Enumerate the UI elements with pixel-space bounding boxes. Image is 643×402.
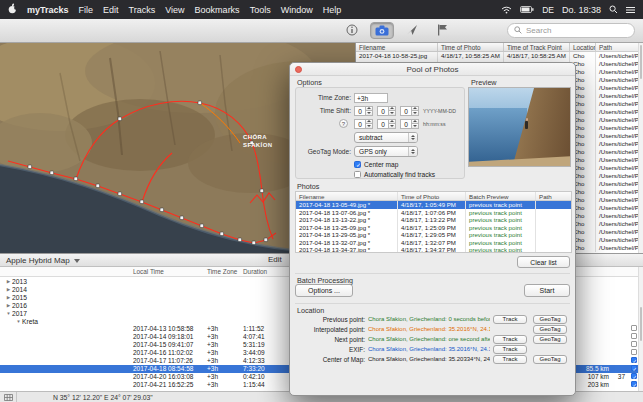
- pool-of-photos-dialog: Pool of Photos Options Time Zone: +3h Ti…: [289, 62, 576, 396]
- auto-find-tracks-checkbox[interactable]: [354, 171, 361, 178]
- track-cell: +3h: [204, 333, 240, 341]
- wifi-icon[interactable]: [501, 6, 512, 14]
- batch-options-button[interactable]: Options ...: [295, 284, 353, 297]
- toolbar-button-navigate[interactable]: [400, 22, 424, 39]
- menubar-clock[interactable]: Do. 18:38: [562, 5, 601, 15]
- spotlight-icon[interactable]: [609, 5, 618, 14]
- track-cell: [0, 373, 130, 381]
- track-visible-checkbox[interactable]: [631, 325, 637, 331]
- dialog-photo-row[interactable]: 2017-04-18 13-29-05.jpg *4/18/17, 1:29:0…: [296, 231, 571, 239]
- auto-find-tracks-label: Automatically find tracks: [364, 171, 435, 178]
- dialog-photo-row[interactable]: 2017-04-18 13-34-37.jpg *4/18/17, 1:34:3…: [296, 246, 571, 253]
- apple-menu-icon[interactable]: [8, 3, 17, 16]
- column-header-local-time[interactable]: Local Time: [133, 268, 164, 275]
- disclosure-expanded-icon[interactable]: ▼: [15, 319, 22, 324]
- dialog-photos-column-header[interactable]: Filename: [296, 192, 398, 200]
- menubar-menu-help[interactable]: Help: [323, 5, 342, 15]
- close-icon[interactable]: [295, 66, 302, 73]
- dialog-photo-row[interactable]: 2017-04-18 13-05-49.jpg *4/18/17, 1:05:4…: [296, 201, 571, 209]
- dialog-photo-row[interactable]: 2017-04-18 13-07-06.jpg *4/18/17, 1:07:0…: [296, 209, 571, 217]
- toolbar-button-photos[interactable]: [370, 22, 394, 39]
- track-cell: [612, 341, 628, 349]
- track-button[interactable]: Track: [493, 335, 527, 344]
- track-table-scrollbar[interactable]: [638, 267, 643, 391]
- photo-pool-row[interactable]: 2017-04-18 10-58-25.jpg4/18/17, 10:58:25…: [356, 52, 643, 60]
- time-shift-hour-stepper[interactable]: 0: [354, 119, 373, 129]
- geotag-button[interactable]: GeoTag: [533, 355, 567, 364]
- disclosure-collapsed-icon[interactable]: ▶: [5, 279, 12, 284]
- date-shift-month-stepper[interactable]: 0: [377, 106, 396, 116]
- geotag-button[interactable]: GeoTag: [533, 335, 567, 344]
- menubar-menu-edit[interactable]: Edit: [103, 5, 119, 15]
- toolbar-button-bookmarks[interactable]: [430, 22, 454, 39]
- dialog-photos-column-header[interactable]: Time of Photo: [398, 192, 466, 200]
- photo-pool-column-header[interactable]: Time of Track Point: [504, 43, 570, 51]
- input-language-label[interactable]: DE: [542, 5, 554, 15]
- track-cell: +3h: [204, 381, 240, 389]
- shift-mode-popup[interactable]: subtract: [354, 132, 418, 143]
- clear-list-button[interactable]: Clear list: [517, 256, 570, 268]
- dialog-photos-column-header[interactable]: Path: [536, 192, 572, 200]
- track-button[interactable]: Track: [493, 355, 527, 364]
- date-shift-year-stepper[interactable]: 0: [354, 106, 373, 116]
- time-zone-field[interactable]: +3h: [354, 93, 388, 103]
- dialog-photo-row[interactable]: 2017-04-18 13-13-22.jpg *4/18/17, 1:13:2…: [296, 216, 571, 224]
- photo-pool-column-header[interactable]: Path: [596, 43, 643, 51]
- track-visible-checkbox[interactable]: [631, 381, 637, 387]
- help-button[interactable]: ?: [339, 119, 348, 128]
- menubar-menu-file[interactable]: File: [79, 5, 94, 15]
- grid-toggle-icon[interactable]: [0, 392, 17, 402]
- photo-pool-scrollbar[interactable]: [638, 43, 643, 253]
- time-shift-second-stepper[interactable]: 0: [400, 119, 419, 129]
- dialog-photo-cell: 2017-04-18 13-13-22.jpg *: [296, 216, 398, 224]
- track-visible-checkbox[interactable]: [631, 373, 637, 379]
- edit-button[interactable]: Edit: [268, 255, 282, 264]
- disclosure-collapsed-icon[interactable]: ▶: [5, 287, 12, 292]
- photo-pool-cell: /Users/tichel/Pictures/2017: [596, 236, 643, 244]
- dialog-photo-row[interactable]: 2017-04-18 13-32-07.jpg *4/18/17, 1:32:0…: [296, 239, 571, 247]
- search-input[interactable]: Search: [507, 23, 635, 38]
- battery-icon[interactable]: [520, 6, 534, 13]
- track-cell: 2017-04-17 11:07:26: [130, 357, 204, 365]
- column-header-time-zone[interactable]: Time Zone: [207, 268, 237, 275]
- menubar-menu-window[interactable]: Window: [281, 5, 313, 15]
- geotag-mode-popup[interactable]: GPS only: [354, 146, 418, 157]
- dialog-photo-row[interactable]: 2017-04-18 13-25-09.jpg *4/18/17, 1:25:0…: [296, 224, 571, 232]
- app-menu-title[interactable]: myTracks: [27, 5, 69, 15]
- center-map-checkbox[interactable]: [354, 161, 361, 168]
- dialog-photo-cell: 4/18/17, 1:07:06 PM: [398, 209, 466, 217]
- menubar-menu-tools[interactable]: Tools: [250, 5, 271, 15]
- map-type-selector[interactable]: Apple Hybrid Map: [6, 255, 80, 266]
- location-row: Interpolated point:Chora Sfakion, Griech…: [295, 324, 572, 334]
- photo-pool-cell: /Users/tichel/Pictures/2017: [596, 156, 643, 164]
- menubar-menu-bookmarks[interactable]: Bookmarks: [195, 5, 240, 15]
- photo-pool-column-header[interactable]: Location: [570, 43, 596, 51]
- track-visible-checkbox[interactable]: [631, 341, 637, 347]
- dialog-photo-cell: previous track point: [466, 201, 536, 209]
- disclosure-expanded-icon[interactable]: ▼: [5, 311, 12, 316]
- location-row: EXIF:Chora Sfakion, Griechenland: 35.201…: [295, 344, 572, 354]
- menubar-menu-view[interactable]: View: [165, 5, 184, 15]
- column-header-duration[interactable]: Duration: [243, 268, 267, 275]
- date-shift-day-stepper[interactable]: 0: [400, 106, 419, 116]
- location-row-value: Chora Sfakion, Griechenland: 35.2016°N, …: [368, 326, 490, 332]
- start-button[interactable]: Start: [524, 284, 570, 297]
- track-visible-checkbox[interactable]: [631, 349, 637, 355]
- dialog-photos-column-header[interactable]: Batch Preview: [466, 192, 536, 200]
- time-shift-label: Time Shift:: [299, 107, 351, 114]
- track-visible-checkbox[interactable]: [631, 357, 637, 363]
- disclosure-collapsed-icon[interactable]: ▶: [5, 295, 12, 300]
- disclosure-collapsed-icon[interactable]: ▶: [5, 303, 12, 308]
- notification-center-icon[interactable]: [626, 6, 635, 14]
- track-button[interactable]: Track: [493, 345, 527, 354]
- track-visible-checkbox[interactable]: [631, 333, 637, 339]
- track-button[interactable]: Track: [493, 315, 527, 324]
- time-shift-minute-stepper[interactable]: 0: [377, 119, 396, 129]
- menubar-menu-tracks[interactable]: Tracks: [129, 5, 156, 15]
- photo-pool-column-header[interactable]: Time of Photo: [438, 43, 504, 51]
- geotag-button[interactable]: GeoTag: [533, 325, 567, 334]
- track-visible-checkbox[interactable]: [631, 365, 637, 371]
- geotag-button[interactable]: GeoTag: [533, 315, 567, 324]
- photo-pool-column-header[interactable]: Filename: [356, 43, 438, 51]
- toolbar-button-info[interactable]: [340, 22, 364, 39]
